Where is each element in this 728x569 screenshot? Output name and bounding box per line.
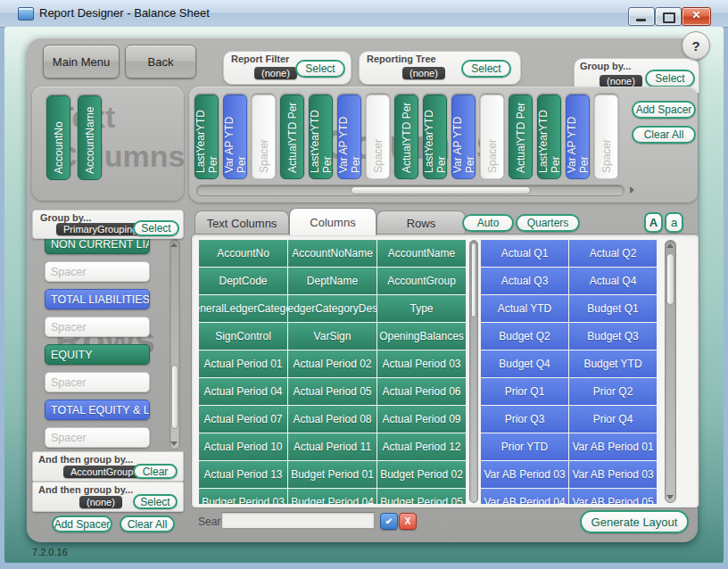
field-cell-blue[interactable]: Actual Q2 (569, 240, 657, 267)
spacer-item[interactable]: Spacer (45, 372, 150, 392)
column-pill[interactable]: Var AP YTD Per (337, 95, 361, 179)
green-grid-scrollbar-thumb[interactable] (471, 243, 476, 317)
spacer-pill[interactable]: Spacer (594, 95, 618, 179)
tab-columns[interactable]: Columns (289, 208, 376, 235)
report-filter-select-button[interactable]: Select (295, 60, 345, 78)
sidebar-scrollbar[interactable] (170, 239, 180, 449)
column-pill[interactable]: LastYearYTD Per (309, 95, 333, 179)
field-cell-blue[interactable]: Prior YTD (481, 433, 568, 460)
field-cell-green[interactable]: Actual Period 04 (199, 378, 287, 405)
tab-rows[interactable]: Rows (376, 210, 466, 235)
field-cell-green[interactable]: Actual Period 02 (288, 350, 376, 377)
field-cell-green[interactable]: Type (377, 295, 466, 322)
field-cell-green[interactable]: VarSign (288, 323, 376, 350)
search-apply-button[interactable]: ✔ (380, 513, 398, 530)
field-cell-blue[interactable]: Prior Q1 (481, 378, 568, 405)
field-cell-blue[interactable]: Prior Q4 (569, 406, 657, 433)
sidebar-group-by-select-button[interactable]: Select (133, 220, 179, 236)
search-input[interactable] (221, 512, 375, 529)
then-group-first-clear-button[interactable]: Clear (133, 464, 178, 479)
spacer-pill[interactable]: Spacer (366, 95, 390, 179)
column-pill[interactable]: LastYearYTD Per (537, 95, 561, 179)
scroll-up-icon[interactable] (666, 243, 674, 248)
spacer-item[interactable]: Spacer (45, 317, 150, 337)
reporting-tree-select-button[interactable]: Select (461, 60, 511, 78)
field-cell-blue[interactable]: Var AB Period 05 (569, 489, 657, 504)
column-pill[interactable]: ActualYTD Per (280, 95, 304, 179)
field-cell-blue[interactable]: Actual Q4 (569, 268, 657, 294)
sidebar-add-spacer-button[interactable]: Add Spacer (52, 515, 112, 532)
field-cell-green[interactable]: Budget Period 01 (288, 461, 376, 488)
field-cell-green[interactable]: DeptCode (199, 268, 287, 294)
row-group-item[interactable]: EQUITY (45, 344, 150, 365)
main-menu-button[interactable]: Main Menu (43, 45, 120, 78)
field-cell-blue[interactable]: Var AB Period 03 (481, 461, 568, 488)
scroll-down-icon[interactable] (170, 441, 178, 446)
field-cell-green[interactable]: Actual Period 06 (377, 378, 466, 405)
field-cell-blue[interactable]: Budget Q2 (481, 323, 568, 350)
field-cell-blue[interactable]: Prior Q2 (569, 378, 657, 405)
field-cell-green[interactable]: Actual Period 09 (377, 406, 466, 433)
column-pill[interactable]: LastYearYTD Per (423, 95, 447, 179)
field-cell-green[interactable]: LedgerCategoryDesc (288, 295, 376, 322)
field-cell-green[interactable]: SignControl (199, 323, 287, 350)
field-cell-blue[interactable]: Actual Q1 (481, 240, 568, 267)
field-cell-green[interactable]: AccountNo (199, 240, 287, 267)
uppercase-button[interactable]: A (644, 212, 663, 233)
field-cell-green[interactable]: Budget Period 03 (199, 489, 287, 504)
sidebar-clear-all-button[interactable]: Clear All (120, 515, 175, 532)
row-group-item[interactable]: TOTAL EQUITY & LIABILITIES (45, 400, 150, 420)
field-cell-green[interactable]: Actual Period 08 (288, 406, 376, 433)
auto-button[interactable]: Auto (462, 214, 514, 232)
field-cell-green[interactable]: Actual Period 01 (199, 350, 287, 377)
field-cell-green[interactable]: Actual Period 07 (199, 406, 287, 433)
column-pill[interactable]: Var AP YTD Per (451, 95, 476, 179)
field-cell-blue[interactable]: Budget Q3 (569, 323, 657, 350)
text-column-pill[interactable]: AccountName (78, 95, 102, 180)
sidebar-scrollbar-thumb[interactable] (171, 365, 178, 429)
field-cell-green[interactable]: Actual Period 05 (288, 378, 376, 405)
columns-strip-scrollbar-thumb[interactable] (351, 186, 531, 194)
spacer-item[interactable]: Spacer (45, 427, 150, 448)
field-cell-green[interactable]: OpeningBalances (377, 323, 466, 350)
close-button[interactable]: ✕ (682, 7, 711, 26)
clear-all-button[interactable]: Clear All (632, 126, 696, 144)
field-cell-green[interactable]: Actual Period 11 (288, 433, 376, 460)
then-group-second-select-button[interactable]: Select (133, 494, 178, 509)
quarters-button[interactable]: Quarters (516, 214, 580, 232)
column-pill[interactable]: ActualYTD Per (394, 95, 418, 179)
field-cell-green[interactable]: Budget Period 05 (377, 489, 466, 504)
help-button[interactable]: ? (682, 31, 710, 60)
field-cell-green[interactable]: AccountName (377, 240, 466, 267)
row-group-item[interactable]: NON CURRENT LIABILITIES (45, 237, 150, 254)
field-cell-green[interactable]: GeneralLedgerCategory (199, 295, 287, 322)
generate-layout-button[interactable]: Generate Layout (580, 510, 689, 533)
column-pill[interactable]: ActualYTD Per (509, 95, 533, 179)
field-cell-blue[interactable]: Actual Q3 (481, 268, 568, 294)
maximize-button[interactable] (655, 7, 682, 26)
tab-text-columns[interactable]: Text Columns (194, 210, 289, 235)
field-cell-blue[interactable]: Var AB Period 04 (481, 489, 568, 504)
blue-grid-scrollbar[interactable] (665, 240, 676, 503)
lowercase-button[interactable]: a (665, 212, 683, 233)
column-pill[interactable]: Var AP YTD Per (566, 95, 590, 179)
field-cell-blue[interactable]: Var AB Period 01 (569, 433, 657, 460)
back-button[interactable]: Back (125, 45, 196, 78)
field-cell-green[interactable]: AccountNoName (288, 240, 376, 267)
field-cell-green[interactable]: DeptName (288, 268, 376, 294)
field-cell-green[interactable]: Budget Period 04 (288, 489, 376, 504)
spacer-item[interactable]: Spacer (45, 261, 150, 282)
row-group-item[interactable]: TOTAL LIABILITIES (45, 289, 150, 309)
field-cell-blue[interactable]: Budget YTD (569, 350, 657, 377)
field-cell-blue[interactable]: Budget Q1 (569, 295, 657, 322)
add-spacer-button[interactable]: Add Spacer (632, 101, 696, 119)
green-grid-scrollbar[interactable] (469, 240, 478, 503)
field-cell-green[interactable]: Actual Period 12 (377, 433, 466, 460)
field-cell-blue[interactable]: Budget Q4 (481, 350, 568, 377)
spacer-pill[interactable]: Spacer (252, 95, 276, 179)
group-by-select-button[interactable]: Select (645, 70, 695, 87)
field-cell-green[interactable]: Actual Period 03 (377, 350, 466, 377)
field-cell-blue[interactable]: Actual YTD (481, 295, 568, 322)
blue-grid-scrollbar-thumb[interactable] (666, 253, 674, 305)
scroll-up-icon[interactable] (170, 243, 178, 247)
